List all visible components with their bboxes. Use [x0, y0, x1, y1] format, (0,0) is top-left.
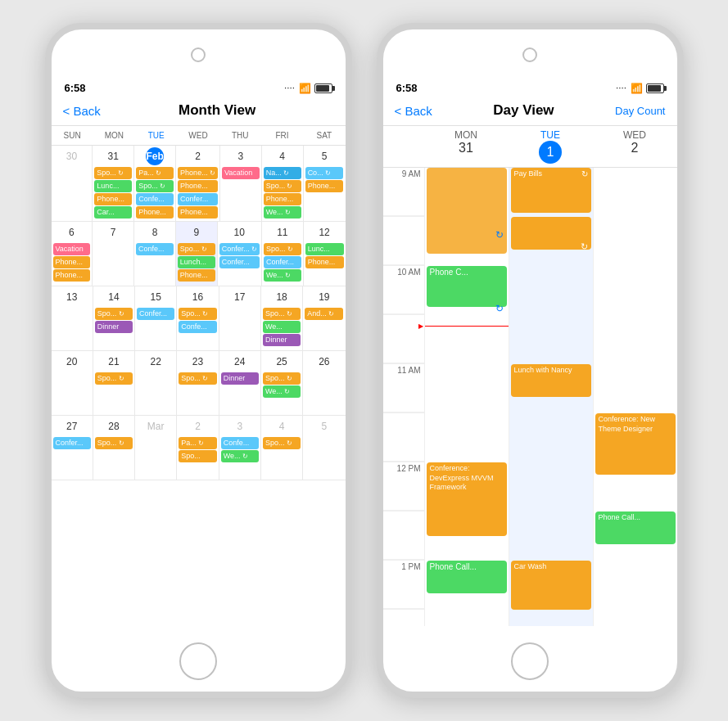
- event-car-wash[interactable]: Car Wash: [511, 561, 591, 610]
- event-phone-call-mon[interactable]: Phone Call...: [427, 561, 507, 593]
- day-22[interactable]: 22: [135, 351, 177, 415]
- day-27[interactable]: 27 Confer...: [52, 416, 93, 480]
- event-spo-25[interactable]: Spo...: [263, 372, 301, 385]
- event-spo-21[interactable]: Spo...: [95, 372, 133, 385]
- day-13[interactable]: 13: [52, 286, 93, 350]
- day-25[interactable]: 25 Spo... We...: [261, 351, 303, 415]
- day-5-w1[interactable]: 5 Co... Phone...: [304, 146, 346, 221]
- event-na-4[interactable]: Na...: [264, 167, 301, 179]
- day-28[interactable]: 28 Spo...: [93, 416, 135, 480]
- event-confer-15[interactable]: Confer...: [137, 308, 174, 320]
- day-feb[interactable]: Feb Pa... Spo... Confe... Phone...: [134, 146, 176, 221]
- day-9[interactable]: 9 Spo... Lunch... Phone...: [176, 222, 218, 286]
- event-pay-bills-tue[interactable]: Pay Bills ↻: [511, 168, 591, 213]
- event-confer2-10[interactable]: Confer...: [219, 256, 260, 268]
- col-wed[interactable]: WED 2: [593, 129, 677, 164]
- event-confer-2[interactable]: Confer...: [178, 193, 218, 205]
- day-2-w1[interactable]: 2 Phone... Phone... Confer... Phone...: [176, 146, 220, 221]
- event-phone-31[interactable]: Phone...: [94, 193, 132, 205]
- event-phone-6[interactable]: Phone...: [53, 256, 91, 268]
- event-tue-orange2[interactable]: [511, 217, 591, 250]
- col-mon[interactable]: MON 31: [424, 129, 509, 164]
- event-dinner-18[interactable]: Dinner: [263, 334, 301, 346]
- event-we-11[interactable]: We...: [264, 269, 301, 282]
- event-confer-27[interactable]: Confer...: [53, 437, 91, 449]
- event-phone-2[interactable]: Phone...: [178, 167, 218, 179]
- event-confe-mar[interactable]: Confe...: [221, 437, 259, 449]
- day-11[interactable]: 11 Spo... Confer... We...: [262, 222, 304, 286]
- day-8[interactable]: 8 Confe...: [134, 222, 176, 286]
- back-button-2[interactable]: < Back: [395, 104, 432, 118]
- day-4-w1[interactable]: 4 Na... Spo... Phone... We...: [262, 146, 304, 221]
- home-button-2[interactable]: [511, 642, 549, 680]
- event-we-4[interactable]: We...: [264, 206, 301, 219]
- event-phone2-6[interactable]: Phone...: [53, 269, 91, 282]
- event-phone3-2[interactable]: Phone...: [178, 206, 218, 219]
- event-vacation-3[interactable]: Vacation: [222, 167, 260, 179]
- event-lunc-12[interactable]: Lunc...: [305, 243, 344, 255]
- event-lunc-31[interactable]: Lunc...: [94, 180, 132, 192]
- event-phone-feb[interactable]: Phone...: [136, 206, 174, 219]
- event-confer-10[interactable]: Confer...: [219, 243, 260, 255]
- event-phone2-2[interactable]: Phone...: [178, 180, 218, 192]
- day-10[interactable]: 10 Confer... Confer...: [218, 222, 262, 286]
- day-31[interactable]: 31 Spo... Lunc... Phone... Car...: [93, 146, 134, 221]
- day-15[interactable]: 15 Confer...: [135, 286, 177, 350]
- event-spo-mar4[interactable]: Spo...: [263, 437, 301, 449]
- day-7[interactable]: 7: [93, 222, 134, 286]
- event-spo-11[interactable]: Spo...: [264, 243, 301, 255]
- event-we-18[interactable]: We...: [263, 321, 301, 333]
- event-spo-31[interactable]: Spo...: [94, 167, 132, 179]
- day-18[interactable]: 18 Spo... We... Dinner: [261, 286, 303, 350]
- event-spo-4[interactable]: Spo...: [264, 180, 301, 192]
- back-button-1[interactable]: < Back: [63, 104, 101, 118]
- event-spo-16[interactable]: Spo...: [179, 308, 216, 320]
- col-tue[interactable]: TUE 1: [509, 129, 593, 164]
- day-2-mar[interactable]: 2 Pa... Spo...: [177, 416, 219, 480]
- event-confer-11[interactable]: Confer...: [264, 256, 301, 268]
- event-spo-9[interactable]: Spo...: [178, 243, 215, 255]
- day-19[interactable]: 19 And...: [303, 286, 345, 350]
- event-confe-feb[interactable]: Confe...: [136, 193, 174, 205]
- event-phone-c-mon[interactable]: Phone C...: [427, 266, 507, 307]
- event-phone-4[interactable]: Phone...: [264, 193, 301, 205]
- day-17[interactable]: 17: [219, 286, 261, 350]
- event-spo-18[interactable]: Spo...: [263, 308, 301, 320]
- event-pa-feb[interactable]: Pa...: [136, 167, 174, 179]
- event-phone-9[interactable]: Phone...: [178, 269, 215, 282]
- day-26[interactable]: 26: [303, 351, 345, 415]
- day-16[interactable]: 16 Spo... Confe...: [177, 286, 219, 350]
- event-phone-5[interactable]: Phone...: [305, 180, 344, 192]
- day-mar[interactable]: Mar: [135, 416, 177, 480]
- event-dinner-24[interactable]: Dinner: [221, 372, 259, 385]
- day-5-mar[interactable]: 5: [303, 416, 345, 480]
- event-lunch-nancy[interactable]: Lunch with Nancy: [511, 364, 591, 397]
- day-6[interactable]: 6 Vacation Phone... Phone...: [52, 222, 93, 286]
- event-spo-mar[interactable]: Spo...: [179, 450, 216, 462]
- event-co-5[interactable]: Co...: [305, 167, 344, 179]
- event-we-mar[interactable]: We...: [221, 450, 259, 462]
- event-confe-8[interactable]: Confe...: [136, 243, 174, 255]
- event-mon-orange-top[interactable]: [427, 168, 507, 254]
- event-we-25[interactable]: We...: [263, 385, 301, 398]
- event-spo-feb[interactable]: Spo...: [136, 180, 174, 192]
- event-car-31[interactable]: Car...: [94, 206, 132, 219]
- day-4-mar[interactable]: 4 Spo...: [261, 416, 303, 480]
- event-confe-16[interactable]: Confe...: [179, 321, 216, 333]
- day-30-prev[interactable]: 30: [52, 146, 93, 221]
- day-24[interactable]: 24 Dinner: [219, 351, 261, 415]
- home-button-1[interactable]: [179, 642, 217, 680]
- day-23[interactable]: 23 Spo...: [177, 351, 219, 415]
- event-lunch-9[interactable]: Lunch...: [178, 256, 215, 268]
- day-3-mar[interactable]: 3 Confe... We...: [219, 416, 261, 480]
- event-phone-call-wed[interactable]: Phone Call...: [595, 511, 676, 544]
- event-dinner-14[interactable]: Dinner: [95, 321, 133, 333]
- event-and-19[interactable]: And...: [305, 308, 343, 320]
- day-21[interactable]: 21 Spo...: [93, 351, 135, 415]
- day-3-w1[interactable]: 3 Vacation: [220, 146, 262, 221]
- event-phone-12[interactable]: Phone...: [305, 256, 344, 268]
- event-vacation-6[interactable]: Vacation: [53, 243, 91, 255]
- event-pa-mar[interactable]: Pa...: [179, 437, 216, 449]
- event-spo-28[interactable]: Spo...: [95, 437, 133, 449]
- day-20[interactable]: 20: [52, 351, 93, 415]
